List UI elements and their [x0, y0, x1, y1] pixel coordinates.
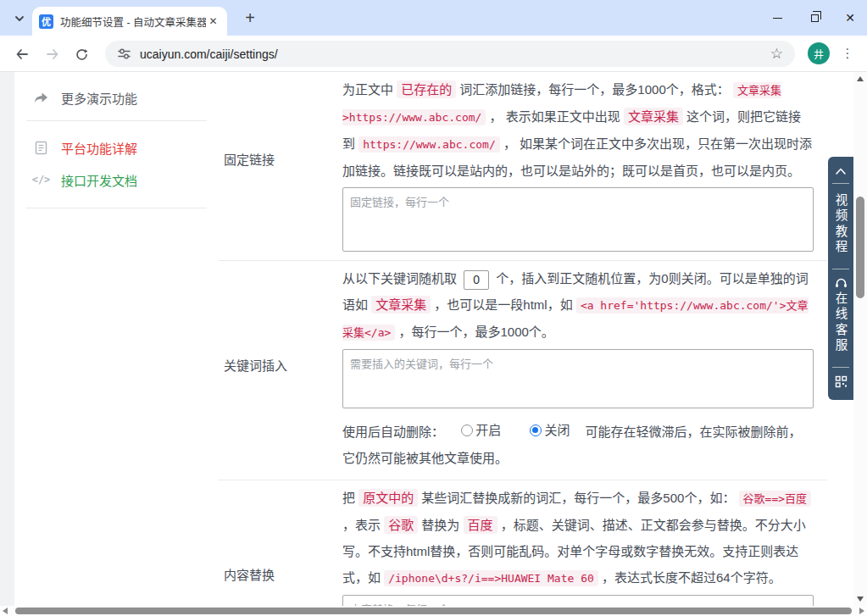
browser-titlebar: 优 功能细节设置 - 自动文章采集器 ✕ + ✕ [0, 0, 867, 36]
page-background-strip [0, 72, 14, 606]
headset-icon[interactable] [835, 277, 848, 288]
highlighted-term: 谷歌 [384, 516, 418, 534]
sidebar-item-more-demos[interactable]: 更多演示功能 [14, 83, 219, 112]
tab-search-chevron-icon[interactable] [8, 8, 31, 30]
back-arrow-icon [14, 47, 30, 62]
text-run: 把 [342, 491, 358, 505]
inline-count-input[interactable] [464, 270, 489, 290]
highlighted-term: 已存在的 [397, 80, 456, 98]
sidebar-divider [26, 208, 207, 208]
code-snippet: /iphone\d+s?/i==>HUAWEI Mate 60 [384, 570, 598, 586]
code-icon: </> [33, 174, 49, 186]
radio-option-off[interactable]: 关闭 [530, 417, 570, 443]
scroll-down-arrow-icon[interactable] [857, 597, 864, 602]
sidebar-item-platform-features[interactable]: 平台功能详解 [14, 133, 219, 162]
content-replace-textarea[interactable] [342, 595, 814, 607]
highlighted-term: 原文中的 [358, 489, 418, 507]
share-arrow-icon [33, 91, 49, 104]
radio-option-on-label: 开启 [475, 417, 501, 443]
document-icon [33, 141, 49, 155]
field-label-keyword-insert: 关键词插入 [219, 261, 342, 471]
browser-menu-icon[interactable]: ⋮ [836, 42, 859, 64]
back-button[interactable] [10, 42, 34, 66]
highlighted-term: 文章采集 [371, 296, 431, 314]
panel-divider [832, 269, 849, 269]
text-run: 替换为 [418, 518, 463, 532]
page-viewport: 更多演示功能 平台功能详解 </> 接口开发文档 固定链接 为正文中 已存在的 … [0, 72, 853, 606]
sidebar-item-label: 接口开发文档 [61, 171, 137, 189]
sidebar: 更多演示功能 平台功能详解 </> 接口开发文档 [14, 72, 219, 606]
field-label-content-replace: 内容替换 [219, 480, 342, 607]
horizontal-scrollbar[interactable] [0, 606, 867, 616]
forward-button[interactable] [41, 42, 64, 66]
panel-item-video-tutorial[interactable]: 视频教程 [832, 193, 850, 256]
form-section-fixed-links: 固定链接 为正文中 已存在的 词汇添加链接，每行一个，最多1000个，格式： 文… [219, 72, 827, 261]
keyword-insert-description: 从以下关键词随机取 个，插入到正文随机位置，为0则关闭。可以是单独的词语如 文章… [342, 265, 814, 346]
text-run: 从以下关键词随机取 [342, 271, 460, 286]
radio-checked-icon[interactable] [530, 425, 542, 436]
sidebar-item-label: 更多演示功能 [61, 89, 137, 107]
text-run: ，表示 [342, 518, 384, 532]
reload-button[interactable] [69, 42, 93, 66]
chevron-up-icon[interactable] [835, 167, 847, 175]
floating-side-panel: 视频教程 在线客服 [828, 157, 853, 400]
text-run: 某些词汇替换成新的词汇，每行一个，最多500个，如： [418, 491, 738, 505]
vertical-scrollbar[interactable] [853, 72, 867, 606]
new-tab-button[interactable]: + [240, 8, 260, 28]
close-icon: ✕ [845, 12, 855, 24]
reload-icon [75, 47, 89, 62]
sidebar-item-label: 平台功能详解 [61, 139, 137, 157]
forward-arrow-icon [45, 47, 60, 62]
bookmark-star-icon[interactable]: ☆ [770, 47, 783, 61]
text-run: ，每行一个，最多1000个。 [395, 325, 554, 339]
address-bar[interactable]: ucaiyun.com/caiji/settings/ ☆ [105, 41, 795, 67]
scroll-left-arrow-icon[interactable] [3, 608, 8, 614]
profile-avatar[interactable]: 井 [808, 42, 830, 64]
auto-delete-row: 使用后自动删除： 开启 关闭 可能存在轻微滞后，在实际被删除前，它仍然可能被其他… [342, 417, 814, 471]
window-close-button[interactable]: ✕ [833, 0, 867, 36]
form-section-content-replace: 内容替换 把 原文中的 某些词汇替换成新的词汇，每行一个，最多500个，如： 谷… [219, 480, 827, 607]
text-run: ， 表示如果正文中出现 [486, 109, 624, 124]
window-minimize-button[interactable] [760, 0, 794, 36]
fixed-links-description: 为正文中 已存在的 词汇添加链接，每行一个，最多1000个，格式： 文章采集>h… [342, 76, 814, 184]
radio-unchecked-icon[interactable] [461, 425, 473, 436]
panel-divider [832, 367, 849, 368]
radio-option-off-label: 关闭 [544, 417, 570, 443]
keyword-insert-textarea[interactable] [342, 349, 814, 408]
panel-item-online-service[interactable]: 在线客服 [832, 291, 850, 354]
browser-toolbar: ucaiyun.com/caiji/settings/ ☆ 井 ⋮ [0, 36, 867, 72]
horizontal-scrollbar-thumb[interactable] [15, 608, 852, 614]
code-snippet: https://www.abc.com/ [358, 136, 500, 153]
url-text[interactable]: ucaiyun.com/caiji/settings/ [140, 47, 278, 61]
sidebar-divider [26, 120, 207, 121]
code-snippet: 谷歌==>百度 [739, 491, 811, 507]
field-label-fixed-links: 固定链接 [219, 72, 342, 252]
text-run: ，也可以是一段html，如 [431, 297, 576, 312]
form-section-keyword-insert: 关键词插入 从以下关键词随机取 个，插入到正文随机位置，为0则关闭。可以是单独的… [219, 261, 827, 480]
tab-close-icon[interactable]: ✕ [206, 14, 220, 29]
highlighted-term: 文章采集 [624, 108, 683, 125]
scroll-up-arrow-icon[interactable] [857, 76, 864, 81]
browser-tab-active[interactable]: 优 功能细节设置 - 自动文章采集器 ✕ [32, 7, 227, 36]
sidebar-item-api-docs[interactable]: </> 接口开发文档 [14, 165, 219, 194]
settings-form: 固定链接 为正文中 已存在的 词汇添加链接，每行一个，最多1000个，格式： 文… [219, 72, 827, 606]
vertical-scrollbar-thumb[interactable] [856, 197, 864, 298]
window-restore-button[interactable] [798, 0, 831, 36]
tab-title: 功能细节设置 - 自动文章采集器 [60, 14, 206, 30]
panel-divider [832, 183, 849, 184]
minimize-icon [773, 18, 782, 19]
qr-code-icon[interactable] [835, 375, 848, 388]
text-run: 为正文中 [342, 82, 397, 97]
text-run: 词汇添加链接，每行一个，最多1000个，格式： [456, 82, 733, 97]
scroll-right-arrow-icon[interactable] [859, 608, 864, 614]
highlighted-term: 百度 [464, 516, 497, 534]
tab-favicon: 优 [39, 14, 53, 29]
radio-option-on[interactable]: 开启 [461, 417, 501, 443]
site-info-icon[interactable] [117, 47, 131, 61]
restore-icon [811, 14, 819, 22]
auto-delete-prefix: 使用后自动删除： [342, 425, 444, 439]
content-replace-description: 把 原文中的 某些词汇替换成新的词汇，每行一个，最多500个，如： 谷歌==>百… [342, 485, 814, 591]
fixed-links-textarea[interactable] [342, 187, 814, 252]
text-run: ，表达式长度不超过64个字符。 [598, 570, 781, 585]
